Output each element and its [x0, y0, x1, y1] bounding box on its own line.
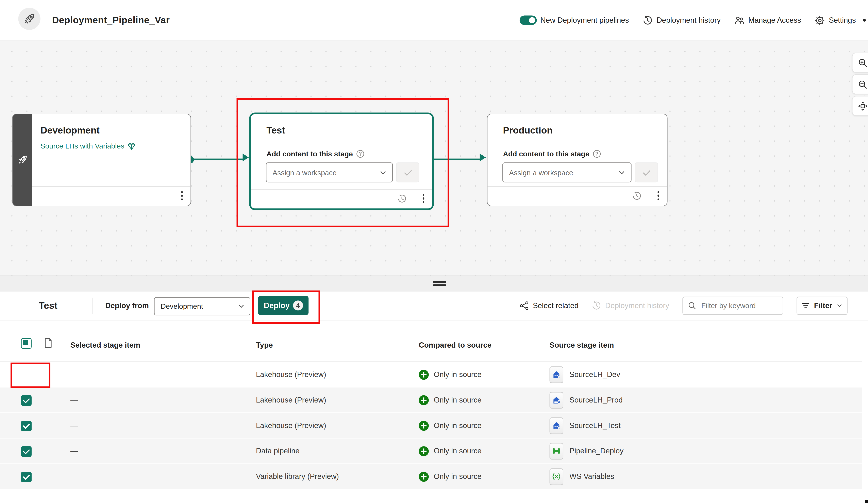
stage-items-table: Selected stage item Type Compared to sou…	[0, 320, 862, 489]
compared-to-source-cell: Only in source	[419, 388, 482, 412]
column-header-source-stage-item[interactable]: Source stage item	[550, 341, 614, 349]
source-item-name: SourceLH_Test	[569, 421, 621, 430]
assign-workspace-dropdown[interactable]: Assign a workspace	[503, 162, 632, 182]
add-content-label: Add content to this stage	[503, 150, 589, 158]
lakehouse-icon	[552, 370, 561, 379]
new-pipelines-toggle-group[interactable]: New Deployment pipelines	[519, 16, 629, 25]
column-header-type[interactable]: Type	[256, 341, 273, 349]
rocket-icon	[17, 154, 28, 165]
column-header-selected-stage-item[interactable]: Selected stage item	[71, 341, 140, 349]
selected-stage-item-value: —	[71, 413, 78, 438]
item-type-icon	[550, 443, 564, 459]
plus-icon	[419, 395, 429, 405]
compared-to-source-cell: Only in source	[419, 464, 482, 489]
row-checkbox[interactable]	[21, 395, 32, 406]
chevron-down-icon	[380, 169, 392, 176]
question-circle-icon[interactable]	[356, 150, 364, 158]
filter-button[interactable]: Filter	[797, 296, 848, 315]
stage-more-options-button[interactable]	[657, 191, 659, 200]
deployment-history-button[interactable]: Deployment history	[643, 15, 721, 25]
compared-value: Only in source	[434, 421, 482, 430]
table-row[interactable]: — Lakehouse (Preview) Only in source	[0, 412, 862, 438]
confirm-assign-button[interactable]	[396, 162, 420, 182]
table-row[interactable]: — Lakehouse (Preview) Only in source	[0, 361, 862, 387]
share-icon	[519, 301, 529, 311]
stage-history-button[interactable]	[397, 194, 407, 205]
question-circle-icon[interactable]	[593, 150, 601, 158]
row-checkbox[interactable]	[21, 421, 32, 431]
deployment-history-label: Deployment history	[605, 302, 669, 310]
workspace-link[interactable]: Source LHs with Variables	[41, 142, 135, 150]
source-stage-item-cell: WS Variables	[550, 464, 614, 489]
table-row[interactable]: — Lakehouse (Preview) Only in source	[0, 387, 862, 412]
select-all-checkbox[interactable]	[21, 338, 32, 349]
zoom-out-button[interactable]	[852, 74, 868, 94]
source-item-name: SourceLH_Dev	[569, 370, 620, 379]
connector-dev-to-test	[190, 156, 249, 163]
selected-stage-item-value: —	[71, 388, 78, 412]
item-type-icon	[550, 468, 564, 485]
plus-icon	[419, 471, 429, 481]
people-icon	[734, 15, 744, 25]
fit-screen-button[interactable]	[852, 96, 868, 116]
stage-card-footer	[32, 186, 191, 205]
row-checkbox[interactable]	[21, 446, 32, 457]
compared-value: Only in source	[434, 370, 482, 379]
table-row[interactable]: — Variable library (Preview) Only in sou…	[0, 463, 862, 489]
stage-history-button[interactable]	[632, 191, 641, 203]
selected-stage-item-value: —	[71, 362, 78, 387]
stage-name: Development	[41, 125, 100, 136]
zoom-in-icon	[858, 58, 867, 68]
zoom-out-icon	[858, 80, 867, 89]
deployment-history-button-disabled[interactable]: Deployment history	[592, 301, 669, 311]
type-value: Lakehouse (Preview)	[256, 413, 326, 438]
stage-more-options-button[interactable]	[181, 191, 183, 200]
source-stage-item-cell: SourceLH_Dev	[550, 362, 620, 387]
stage-more-options-button[interactable]	[423, 194, 424, 203]
source-item-name: Pipeline_Deploy	[569, 447, 623, 455]
zoom-in-button[interactable]	[852, 53, 868, 73]
selected-stage-item-value: —	[71, 439, 78, 463]
window-resize-corner	[865, 500, 868, 503]
canvas-zoom-controls	[852, 53, 868, 116]
add-content-label-row: Add content to this stage	[266, 150, 364, 158]
chevron-down-icon	[238, 303, 250, 310]
deploy-from-dropdown[interactable]: Development	[154, 297, 250, 315]
search-input[interactable]	[700, 301, 783, 311]
row-checkbox[interactable]	[21, 472, 32, 482]
stage-card-test[interactable]: Test Add content to this stage Assign a …	[249, 113, 434, 210]
column-header-compared-to-source[interactable]: Compared to source	[419, 341, 492, 349]
deploy-toolbar: Test Deploy from Development Deploy 4	[0, 292, 868, 320]
keyword-filter-searchbox[interactable]	[682, 296, 783, 315]
select-related-button[interactable]: Select related	[519, 301, 579, 311]
assign-workspace-dropdown[interactable]: Assign a workspace	[266, 162, 393, 182]
stage-card-body: Development Source LHs with Variables	[32, 114, 191, 206]
stage-card-production[interactable]: Production Add content to this stage Ass…	[487, 114, 668, 206]
overflow-menu-icon[interactable]	[863, 19, 866, 22]
menu-label: Manage Access	[748, 16, 801, 24]
plus-icon	[419, 421, 429, 431]
deploy-button[interactable]: Deploy 4	[258, 296, 309, 315]
document-icon	[44, 338, 53, 351]
type-value: Lakehouse (Preview)	[256, 362, 326, 387]
deploy-toolbar-right: Select related Deployment history	[519, 292, 847, 320]
plus-icon	[419, 446, 429, 456]
lakehouse-icon	[552, 421, 561, 430]
new-pipelines-toggle[interactable]	[519, 16, 536, 25]
stage-card-development[interactable]: Development Source LHs with Variables	[12, 114, 191, 206]
select-related-label: Select related	[533, 302, 579, 310]
compared-value: Only in source	[434, 472, 482, 481]
stage-name: Test	[266, 125, 285, 136]
manage-access-button[interactable]: Manage Access	[734, 15, 801, 25]
confirm-assign-button[interactable]	[635, 162, 658, 182]
highlight-box-row-checkbox	[11, 363, 50, 388]
assign-workspace-placeholder: Assign a workspace	[266, 168, 379, 177]
lakehouse-icon	[552, 395, 561, 405]
gear-icon	[815, 15, 825, 25]
compared-to-source-cell: Only in source	[419, 439, 482, 463]
grab-handle-icon[interactable]	[433, 281, 446, 286]
settings-button[interactable]: Settings	[815, 15, 856, 25]
panel-splitter[interactable]	[0, 275, 868, 292]
table-row[interactable]: — Data pipeline Only in source	[0, 438, 862, 463]
stage-name: Production	[503, 125, 553, 136]
